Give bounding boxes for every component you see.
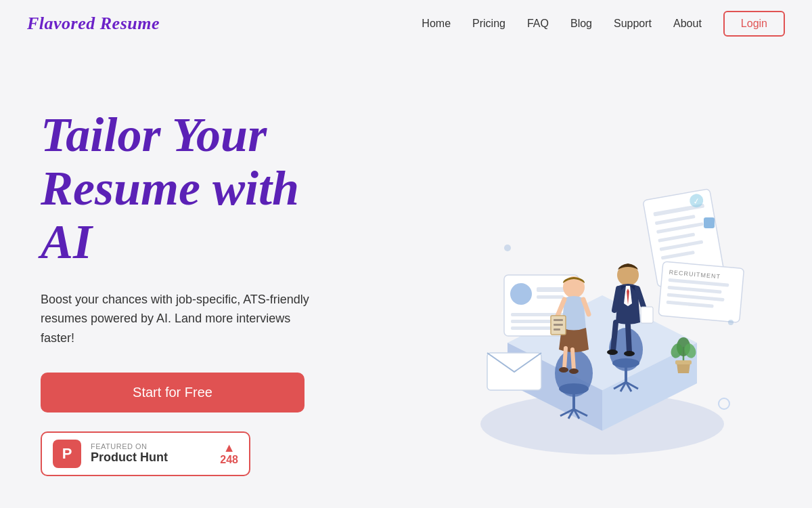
hero-left: Tailor Your Resume with AI Boost your ch… [41,68,379,476]
isometric-svg: ✓ RECRUITMENT [399,112,751,465]
svg-point-61 [728,320,734,325]
product-hunt-count: ▲ 248 [220,442,238,466]
nav-links: Home Pricing FAQ Blog Support About Logi… [422,11,785,37]
hero-illustration: ✓ RECRUITMENT [379,68,771,508]
hero-section: Tailor Your Resume with AI Boost your ch… [0,47,812,508]
product-hunt-text: FEATURED ON Product Hunt [91,442,168,465]
nav-pricing[interactable]: Pricing [472,18,505,29]
product-hunt-icon: P [53,440,81,468]
nav-support[interactable]: Support [614,18,652,29]
navbar: Flavored Resume Home Pricing FAQ Blog Su… [0,0,812,47]
svg-point-49 [612,358,639,368]
svg-point-20 [510,283,532,305]
svg-rect-27 [704,217,715,228]
svg-point-60 [504,245,511,251]
svg-rect-44 [554,324,563,326]
svg-point-57 [607,350,618,355]
nav-home[interactable]: Home [422,18,451,29]
nav-faq[interactable]: FAQ [527,18,549,29]
svg-point-47 [569,368,579,374]
hero-subtext: Boost your chances with job-specific, AT… [41,290,325,348]
svg-rect-43 [554,319,563,321]
svg-rect-29 [675,360,692,364]
svg-marker-28 [677,363,690,373]
nav-blog[interactable]: Blog [570,18,592,29]
nav-about[interactable]: About [673,18,702,29]
svg-rect-45 [554,329,560,331]
logo: Flavored Resume [27,14,160,34]
svg-rect-22 [537,295,564,299]
svg-rect-56 [641,307,653,323]
product-hunt-badge[interactable]: P FEATURED ON Product Hunt ▲ 248 [41,431,250,476]
start-for-free-button[interactable]: Start for Free [41,373,304,412]
login-button[interactable]: Login [723,11,785,37]
svg-point-58 [624,351,635,356]
hero-heading: Tailor Your Resume with AI [41,108,379,270]
svg-point-35 [559,383,589,394]
svg-point-46 [559,367,568,373]
svg-point-59 [719,398,729,409]
